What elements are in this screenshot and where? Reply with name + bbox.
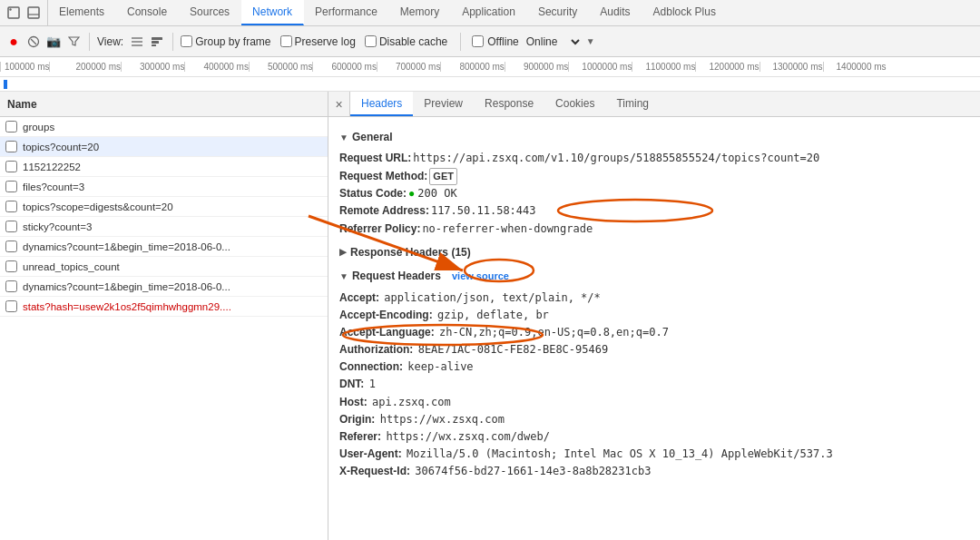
request-checkbox[interactable]	[5, 181, 17, 192]
ruler-tick: 1300000 ms	[760, 62, 823, 72]
ruler-tick: 700000 ms	[377, 62, 440, 72]
sub-tab-timing[interactable]: Timing	[605, 92, 660, 116]
list-view-icon[interactable]	[129, 34, 145, 50]
request-header-row: Accept: application/json, text/plain, */…	[339, 290, 969, 307]
svg-rect-10	[152, 41, 159, 44]
request-checkbox[interactable]	[5, 121, 17, 133]
request-checkbox[interactable]	[5, 161, 17, 172]
offline-checkbox[interactable]	[472, 35, 484, 47]
referrer-policy-value: no-referrer-when-downgrade	[422, 221, 593, 238]
header-key: X-Request-Id:	[339, 463, 410, 480]
tab-sources[interactable]: Sources	[179, 0, 241, 25]
sub-tab-headers[interactable]: Headers	[350, 92, 413, 116]
tab-performance[interactable]: Performance	[304, 0, 389, 25]
timeline-marker	[4, 80, 7, 89]
general-section-title[interactable]: ▼ General	[339, 128, 969, 146]
header-value: gzip, deflate, br	[437, 307, 549, 324]
request-headers-section-title[interactable]: ▼ Request Headers view source	[339, 267, 969, 285]
disable-cache-label[interactable]: Disable cache	[379, 35, 447, 48]
request-checkbox[interactable]	[5, 280, 17, 292]
list-item[interactable]: 1152122252	[0, 157, 328, 177]
request-headers-list: Accept: application/json, text/plain, */…	[339, 290, 969, 481]
svg-rect-9	[152, 37, 162, 40]
offline-label[interactable]: Offline	[487, 35, 518, 48]
request-url-value: https://api.zsxq.com/v1.10/groups/518855…	[413, 150, 819, 167]
list-item[interactable]: topics?scope=digests&count=20	[0, 197, 328, 217]
request-checkbox[interactable]	[5, 300, 17, 312]
tab-bar: Elements Console Sources Network Perform…	[0, 0, 980, 26]
list-item[interactable]: stats?hash=usew2k1os2f5qimhwhggmn29....	[0, 297, 328, 317]
remote-address-value: 117.50.11.58:443	[431, 202, 536, 220]
status-code-row: Status Code: ● 200 OK	[339, 185, 969, 202]
status-code-label: Status Code:	[339, 185, 407, 202]
list-item[interactable]: topics?count=20	[0, 137, 328, 157]
request-checkbox[interactable]	[5, 201, 17, 212]
request-checkbox[interactable]	[5, 141, 17, 152]
ruler-tick: 400000 ms	[184, 62, 248, 72]
tab-security[interactable]: Security	[527, 0, 589, 25]
ruler-tick: 1000000 ms	[568, 62, 632, 72]
header-key: Referer:	[339, 428, 381, 446]
tab-memory[interactable]: Memory	[389, 0, 451, 25]
preserve-log-label[interactable]: Preserve log	[295, 35, 356, 48]
tab-audits[interactable]: Audits	[589, 0, 642, 25]
preserve-log-checkbox[interactable]	[280, 35, 292, 47]
referrer-policy-label: Referrer Policy:	[339, 221, 420, 238]
triangle-icon: ▶	[339, 244, 347, 260]
record-button[interactable]: ●	[5, 34, 22, 50]
request-checkbox[interactable]	[5, 241, 17, 252]
request-header-row: X-Request-Id: 30674f56-bd27-1661-14e3-8a…	[339, 463, 969, 480]
request-header-row: Origin: https://wx.zsxq.com	[339, 411, 969, 428]
ruler-tick: 1400000 ms	[823, 62, 887, 72]
header-value: 8EAE71AC-081C-FE82-BE8C-95469	[418, 341, 609, 358]
main-tabs: Elements Console Sources Network Perform…	[48, 0, 980, 25]
sub-tab-response[interactable]: Response	[474, 92, 544, 116]
group-by-frame-label[interactable]: Group by frame	[195, 35, 270, 48]
request-checkbox[interactable]	[5, 260, 17, 272]
request-method-row: Request Method: GET	[339, 168, 969, 186]
list-item[interactable]: sticky?count=3	[0, 217, 328, 237]
network-toolbar: ● 📷 View:	[0, 26, 980, 57]
tab-application[interactable]: Application	[451, 0, 527, 25]
sub-tab-cookies[interactable]: Cookies	[544, 92, 605, 116]
header-value: application/json, text/plain, */*	[384, 290, 600, 307]
preserve-log-group: Preserve log	[280, 35, 356, 48]
filter-button[interactable]	[65, 34, 82, 50]
request-name: topics?count=20	[23, 142, 99, 152]
tab-network[interactable]: Network	[241, 0, 304, 25]
view-label: View:	[97, 35, 123, 48]
disable-cache-checkbox[interactable]	[365, 35, 377, 47]
screenshot-button[interactable]: 📷	[45, 34, 62, 50]
request-method-label: Request Method:	[339, 168, 427, 186]
request-checkbox[interactable]	[5, 221, 17, 232]
waterfall-view-icon[interactable]	[149, 34, 165, 50]
group-by-frame-checkbox[interactable]	[181, 35, 192, 47]
clear-button[interactable]	[25, 34, 42, 50]
request-header-row: Accept-Encoding: gzip, deflate, br	[339, 307, 969, 324]
sub-tab-preview[interactable]: Preview	[413, 92, 474, 116]
devtools-select-icon[interactable]	[4, 3, 24, 23]
blue-line-row	[0, 77, 980, 92]
request-name: groups	[23, 122, 54, 133]
throttling-select[interactable]: Online Slow 3G Fast 3G Offline	[523, 34, 583, 49]
list-item[interactable]: unread_topics_count	[0, 257, 328, 277]
list-item[interactable]: groups	[0, 117, 328, 137]
ruler-tick: 500000 ms	[249, 62, 312, 72]
disable-cache-group: Disable cache	[365, 35, 447, 48]
request-name: dynamics?count=1&begin_time=2018-06-0...	[23, 241, 230, 252]
tab-elements[interactable]: Elements	[48, 0, 116, 25]
right-panel: × Headers Preview Response Cookies Timin…	[328, 92, 980, 540]
header-value: Mozilla/5.0 (Macintosh; Intel Mac OS X 1…	[407, 446, 833, 463]
name-column-header: Name	[0, 92, 328, 117]
response-headers-section-title[interactable]: ▶ Response Headers (15)	[339, 243, 969, 261]
tab-console[interactable]: Console	[116, 0, 179, 25]
throttling-dropdown-arrow[interactable]: ▼	[586, 36, 595, 46]
devtools-dock-icon[interactable]	[24, 3, 44, 23]
list-item[interactable]: files?count=3	[0, 177, 328, 197]
list-item[interactable]: dynamics?count=1&begin_time=2018-06-0...	[0, 237, 328, 257]
view-source-link[interactable]: view source	[452, 268, 509, 285]
ruler-tick: 300000 ms	[121, 62, 184, 72]
sub-tab-close-button[interactable]: ×	[328, 92, 350, 116]
tab-adblock[interactable]: Adblock Plus	[642, 0, 728, 25]
list-item[interactable]: dynamics?count=1&begin_time=2018-06-0...	[0, 277, 328, 297]
